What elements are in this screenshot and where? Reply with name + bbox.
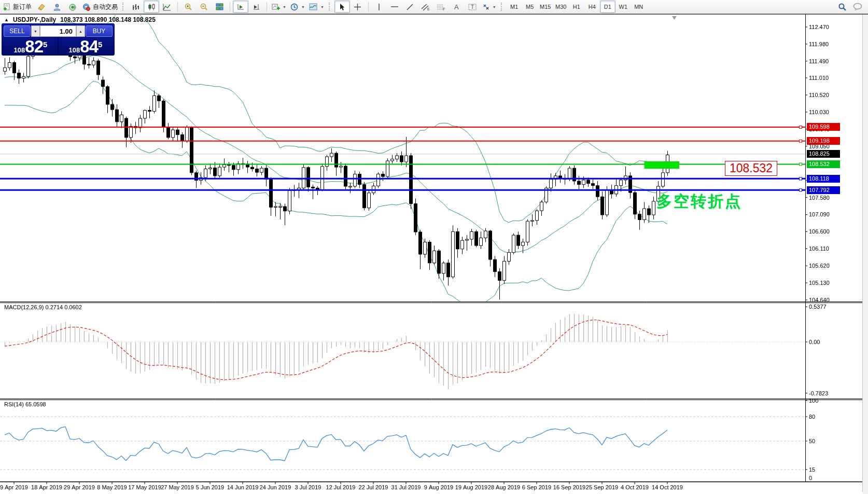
bar-chart-icon bbox=[132, 3, 140, 11]
chart-shift-icon bbox=[253, 3, 260, 10]
crosshair-button[interactable] bbox=[350, 1, 366, 13]
horizontal-line-button[interactable] bbox=[387, 1, 402, 13]
toolbar-group-chart-type bbox=[127, 0, 176, 13]
timeframe-mn-button[interactable]: MN bbox=[631, 1, 647, 13]
cursor-button[interactable] bbox=[334, 1, 350, 13]
timeframe-w1-button[interactable]: W1 bbox=[615, 1, 631, 13]
pivot-level-label[interactable]: 108.532 bbox=[807, 160, 840, 168]
chart-shift-button[interactable] bbox=[248, 1, 264, 13]
text-label-icon: T bbox=[468, 3, 477, 11]
candlestick-chart-icon bbox=[148, 3, 156, 11]
toolbar-drag-handle bbox=[122, 3, 125, 11]
fibonacci-button[interactable]: F bbox=[433, 1, 449, 13]
timeframe-m30-button[interactable]: M30 bbox=[553, 1, 569, 13]
bar-chart-button[interactable] bbox=[128, 1, 144, 13]
indicators-icon bbox=[309, 3, 318, 11]
collapse-arrow-icon[interactable]: ▲ bbox=[4, 17, 9, 22]
svg-text:E: E bbox=[427, 7, 430, 11]
toolbar-drag-handle bbox=[329, 3, 332, 11]
timeframe-label: H1 bbox=[573, 4, 580, 10]
fibonacci-icon: F bbox=[437, 3, 445, 11]
timeframe-label: M15 bbox=[540, 4, 551, 10]
buy-price-big: 84 bbox=[80, 38, 98, 55]
sound-button[interactable] bbox=[65, 1, 80, 13]
candlestick-chart-button[interactable] bbox=[144, 1, 159, 13]
toolbar-group-scroll bbox=[232, 0, 265, 13]
toolbar-drag-handle bbox=[501, 3, 504, 11]
chevron-down-icon: ▼ bbox=[283, 5, 286, 9]
price-chart-canvas[interactable] bbox=[0, 0, 868, 494]
cursor-icon bbox=[339, 3, 345, 11]
timeframe-h4-button[interactable]: H4 bbox=[584, 1, 600, 13]
autotrade-label: 自动交易 bbox=[93, 3, 118, 11]
buy-button[interactable]: BUY bbox=[86, 25, 113, 37]
chat-icon[interactable] bbox=[853, 3, 863, 11]
turning-point-annotation[interactable]: 多空转折点 bbox=[656, 191, 742, 212]
autotrade-button[interactable]: 自动交易 bbox=[80, 1, 120, 13]
chevron-down-icon: ▼ bbox=[320, 5, 324, 9]
main-toolbar: 新订单 自动交易 bbox=[0, 0, 868, 14]
toolbar-group-zoom bbox=[179, 0, 228, 13]
period-clock-button[interactable]: ▼ bbox=[288, 1, 307, 13]
equidistant-channel-button[interactable]: E bbox=[418, 1, 433, 13]
sell-button[interactable]: SELL bbox=[4, 25, 31, 37]
line-chart-button[interactable] bbox=[159, 1, 175, 13]
svg-text:A: A bbox=[454, 3, 459, 10]
search-icon[interactable] bbox=[838, 3, 847, 11]
chart-symbol-title: USDJPY-,Daily bbox=[13, 16, 56, 23]
indicators-button[interactable]: ▼ bbox=[307, 1, 326, 13]
one-click-trading-panel: SELL ▼ 1.00 ▲ BUY 108 82 5 108 84 5 bbox=[2, 23, 115, 56]
support-level-label[interactable]: 107.792 bbox=[807, 186, 840, 194]
resistance-level-label[interactable]: 109.598 bbox=[807, 123, 840, 131]
svg-text:F: F bbox=[443, 7, 445, 11]
text-label-button[interactable]: T bbox=[465, 1, 480, 13]
timeframe-m1-button[interactable]: M1 bbox=[507, 1, 522, 13]
text-button[interactable]: A bbox=[449, 1, 465, 13]
timeframe-m5-button[interactable]: M5 bbox=[522, 1, 538, 13]
eraser-button[interactable] bbox=[34, 1, 49, 13]
new-order-icon bbox=[3, 3, 11, 11]
timeframe-d1-button[interactable]: D1 bbox=[600, 1, 615, 13]
zoom-out-button[interactable] bbox=[196, 1, 212, 13]
timeframe-label: MN bbox=[634, 4, 643, 10]
auto-scroll-icon bbox=[237, 3, 245, 10]
resistance-level-label[interactable]: 109.198 bbox=[807, 137, 840, 145]
equidistant-channel-icon: E bbox=[421, 3, 430, 11]
auto-scroll-button[interactable] bbox=[233, 1, 248, 13]
new-order-button[interactable]: 新订单 bbox=[1, 1, 34, 13]
rsi-indicator-label: RSI(14) 65.0598 bbox=[4, 401, 46, 407]
new-chart-icon bbox=[272, 3, 280, 11]
zoom-in-icon bbox=[184, 3, 192, 11]
trendline-button[interactable] bbox=[402, 1, 418, 13]
sell-price-big: 82 bbox=[25, 38, 43, 55]
arrow-objects-icon bbox=[482, 3, 490, 10]
sell-price-prefix: 108 bbox=[14, 47, 25, 53]
horizontal-line-icon bbox=[390, 4, 399, 9]
vertical-line-icon bbox=[376, 3, 382, 11]
price-callout-box[interactable]: 108.532 bbox=[725, 161, 777, 176]
toolbar-group-timeframes: M1 M5 M15 M30 H1 H4 D1 W1 MN bbox=[506, 0, 648, 13]
sell-price[interactable]: 108 82 5 bbox=[4, 37, 58, 55]
crosshair-icon bbox=[354, 3, 361, 11]
support-level-label[interactable]: 108.118 bbox=[807, 175, 840, 183]
arrows-button[interactable]: ▼ bbox=[480, 1, 498, 13]
profile-icon bbox=[53, 3, 61, 11]
volume-input[interactable]: 1.00 bbox=[40, 25, 76, 37]
trendline-icon bbox=[406, 3, 414, 11]
clock-icon bbox=[290, 3, 299, 11]
volume-increase-button[interactable]: ▲ bbox=[76, 25, 85, 37]
vertical-line-button[interactable] bbox=[371, 1, 387, 13]
buy-price[interactable]: 108 84 5 bbox=[59, 37, 113, 55]
zoom-out-icon bbox=[200, 3, 208, 11]
zoom-in-button[interactable] bbox=[180, 1, 196, 13]
toolbar-group-standard: 新订单 自动交易 bbox=[0, 0, 121, 13]
tile-windows-icon bbox=[216, 3, 223, 10]
volume-decrease-button[interactable]: ▼ bbox=[31, 25, 40, 37]
chart-title-bar: ▲ USDJPY-,Daily 108.373 108.890 108.148 … bbox=[4, 16, 156, 23]
profile-button[interactable] bbox=[49, 1, 65, 13]
timeframe-m15-button[interactable]: M15 bbox=[538, 1, 553, 13]
new-chart-button[interactable]: ▼ bbox=[270, 1, 288, 13]
tile-windows-button[interactable] bbox=[212, 1, 227, 13]
toolbar-group-objects: E F A T ▼ bbox=[370, 0, 499, 13]
timeframe-h1-button[interactable]: H1 bbox=[569, 1, 584, 13]
